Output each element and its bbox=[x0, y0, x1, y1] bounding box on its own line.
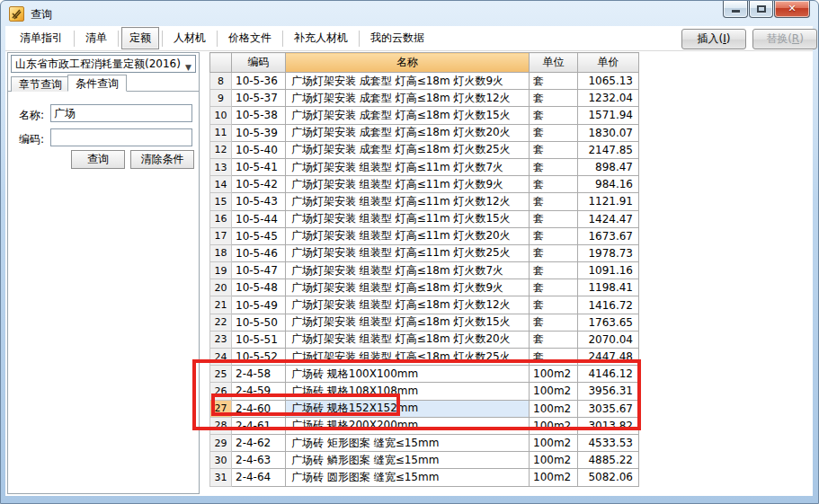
cell-code[interactable]: 10-5-39 bbox=[232, 124, 286, 141]
table-row[interactable]: 810-5-36广场灯架安装 成套型 灯高≤18m 灯火数9火套1065.13 bbox=[210, 73, 639, 90]
cell-code[interactable]: 10-5-40 bbox=[232, 141, 286, 158]
cell-code[interactable]: 2-4-63 bbox=[232, 452, 286, 469]
cell-code[interactable]: 2-4-62 bbox=[232, 434, 286, 451]
cell-no[interactable]: 12 bbox=[210, 141, 232, 158]
cell-code[interactable]: 10-5-38 bbox=[232, 107, 286, 124]
cell-price[interactable]: 1830.07 bbox=[578, 124, 639, 141]
cell-name[interactable]: 广场灯架安装 组装型 灯高≤18m 灯火数25火 bbox=[286, 349, 530, 366]
name-input[interactable]: 广场 bbox=[50, 104, 192, 122]
cell-name[interactable]: 广场灯架安装 组装型 灯高≤18m 灯火数20火 bbox=[286, 331, 530, 348]
header-name[interactable]: 名称 bbox=[286, 53, 530, 73]
cell-name[interactable]: 广场灯架安装 成套型 灯高≤18m 灯火数20火 bbox=[286, 124, 530, 141]
cell-unit[interactable]: 套 bbox=[530, 227, 578, 244]
cell-no[interactable]: 21 bbox=[210, 296, 232, 314]
cell-unit[interactable]: 100m2 bbox=[530, 366, 578, 383]
cell-no[interactable]: 10 bbox=[210, 107, 232, 124]
cell-price[interactable]: 1416.72 bbox=[578, 296, 639, 314]
cell-price[interactable]: 1091.16 bbox=[578, 262, 639, 279]
cell-unit[interactable]: 套 bbox=[530, 124, 578, 141]
cell-unit[interactable]: 套 bbox=[530, 296, 578, 314]
table-row[interactable]: 292-4-62广场砖 矩形图案 缝宽≤15mm100m24533.53 bbox=[210, 434, 639, 451]
cell-no[interactable]: 20 bbox=[210, 279, 232, 296]
table-row[interactable]: 1010-5-38广场灯架安装 成套型 灯高≤18m 灯火数15火套1571.9… bbox=[210, 107, 639, 124]
cell-name[interactable]: 广场砖 鳞形图案 缝宽≤15mm bbox=[286, 452, 530, 469]
menu-item-price-file[interactable]: 价格文件 bbox=[218, 27, 282, 49]
cell-code[interactable]: 2-4-61 bbox=[232, 417, 286, 434]
cell-unit[interactable]: 100m2 bbox=[530, 469, 578, 486]
cell-code[interactable]: 10-5-36 bbox=[232, 73, 286, 90]
cell-unit[interactable]: 100m2 bbox=[530, 383, 578, 400]
minimize-button[interactable] bbox=[723, 1, 748, 18]
cell-name[interactable]: 广场砖 规格100X100mm bbox=[286, 366, 530, 383]
tab-chapter-query[interactable]: 章节查询 bbox=[11, 76, 70, 92]
table-row[interactable]: 1710-5-45广场灯架安装 组装型 灯高≤11m 灯火数20火套1673.6… bbox=[210, 227, 639, 244]
cell-name[interactable]: 广场灯架安装 成套型 灯高≤18m 灯火数25火 bbox=[286, 141, 530, 158]
cell-no[interactable]: 8 bbox=[210, 73, 232, 90]
menu-item-quota[interactable]: 定额 bbox=[121, 27, 159, 49]
cell-name[interactable]: 广场砖 规格200X200mm bbox=[286, 417, 530, 434]
cell-no[interactable]: 26 bbox=[210, 383, 232, 400]
cell-no[interactable]: 25 bbox=[210, 366, 232, 383]
table-row[interactable]: 272-4-60广场砖 规格152X152mm100m23035.67 bbox=[210, 400, 639, 417]
cell-price[interactable]: 984.16 bbox=[578, 176, 639, 193]
table-row[interactable]: 1910-5-47广场灯架安装 组装型 灯高≤18m 灯火数7火套1091.16 bbox=[210, 262, 639, 279]
cell-no[interactable]: 15 bbox=[210, 193, 232, 210]
table-row[interactable]: 1110-5-39广场灯架安装 成套型 灯高≤18m 灯火数20火套1830.0… bbox=[210, 124, 639, 141]
cell-no[interactable]: 24 bbox=[210, 349, 232, 366]
menu-item-cloud-data[interactable]: 我的云数据 bbox=[360, 27, 435, 49]
cell-unit[interactable]: 套 bbox=[530, 279, 578, 296]
cell-no[interactable]: 30 bbox=[210, 452, 232, 469]
table-row[interactable]: 252-4-58广场砖 规格100X100mm100m24146.12 bbox=[210, 366, 639, 383]
cell-name[interactable]: 广场砖 圆形图案 缝宽≤15mm bbox=[286, 469, 530, 486]
titlebar[interactable]: 查询 ✕ bbox=[1, 1, 818, 26]
cell-unit[interactable]: 套 bbox=[530, 107, 578, 124]
cell-name[interactable]: 广场灯架安装 成套型 灯高≤18m 灯火数15火 bbox=[286, 107, 530, 124]
cell-unit[interactable]: 套 bbox=[530, 331, 578, 348]
cell-code[interactable]: 10-5-51 bbox=[232, 331, 286, 348]
cell-name[interactable]: 广场砖 规格152X152mm bbox=[286, 400, 530, 417]
cell-name[interactable]: 广场灯架安装 组装型 灯高≤11m 灯火数15火 bbox=[286, 210, 530, 227]
table-row[interactable]: 1610-5-44广场灯架安装 组装型 灯高≤11m 灯火数15火套1424.4… bbox=[210, 210, 639, 227]
cell-name[interactable]: 广场灯架安装 组装型 灯高≤11m 灯火数12火 bbox=[286, 193, 530, 210]
cell-unit[interactable]: 套 bbox=[530, 158, 578, 175]
cell-name[interactable]: 广场灯架安装 成套型 灯高≤18m 灯火数12火 bbox=[286, 90, 530, 107]
cell-no[interactable]: 14 bbox=[210, 176, 232, 193]
cell-name[interactable]: 广场灯架安装 组装型 灯高≤18m 灯火数12火 bbox=[286, 296, 530, 314]
cell-unit[interactable]: 套 bbox=[530, 90, 578, 107]
cell-code[interactable]: 10-5-48 bbox=[232, 279, 286, 296]
header-price[interactable]: 单价 bbox=[578, 53, 639, 73]
cell-unit[interactable]: 套 bbox=[530, 141, 578, 158]
cell-price[interactable]: 1763.65 bbox=[578, 314, 639, 331]
table-row[interactable]: 2310-5-51广场灯架安装 组装型 灯高≤18m 灯火数20火套2070.0… bbox=[210, 331, 639, 348]
maximize-button[interactable] bbox=[749, 1, 773, 18]
cell-code[interactable]: 10-5-49 bbox=[232, 296, 286, 314]
cell-code[interactable]: 10-5-44 bbox=[232, 210, 286, 227]
cell-no[interactable]: 11 bbox=[210, 124, 232, 141]
cell-name[interactable]: 广场灯架安装 组装型 灯高≤11m 灯火数7火 bbox=[286, 158, 530, 175]
cell-no[interactable]: 16 bbox=[210, 210, 232, 227]
cell-name[interactable]: 广场砖 矩形图案 缝宽≤15mm bbox=[286, 434, 530, 451]
cell-code[interactable]: 10-5-50 bbox=[232, 314, 286, 331]
insert-button[interactable]: 插入(I) bbox=[681, 29, 746, 49]
cell-unit[interactable]: 100m2 bbox=[530, 434, 578, 451]
cell-no[interactable]: 13 bbox=[210, 158, 232, 175]
replace-button[interactable]: 替换(R) bbox=[752, 29, 817, 49]
cell-code[interactable]: 10-5-42 bbox=[232, 176, 286, 193]
cell-unit[interactable]: 100m2 bbox=[530, 400, 578, 417]
table-row[interactable]: 2210-5-50广场灯架安装 组装型 灯高≤18m 灯火数15火套1763.6… bbox=[210, 314, 639, 331]
cell-unit[interactable]: 套 bbox=[530, 244, 578, 261]
cell-code[interactable]: 2-4-60 bbox=[232, 400, 286, 417]
cell-code[interactable]: 10-5-46 bbox=[232, 244, 286, 261]
cell-price[interactable]: 1065.13 bbox=[578, 73, 639, 90]
cell-price[interactable]: 3035.67 bbox=[578, 400, 639, 417]
cell-price[interactable]: 4146.12 bbox=[578, 366, 639, 383]
cell-name[interactable]: 广场灯架安装 组装型 灯高≤18m 灯火数9火 bbox=[286, 279, 530, 296]
table-row[interactable]: 910-5-37广场灯架安装 成套型 灯高≤18m 灯火数12火套1232.04 bbox=[210, 90, 639, 107]
cell-unit[interactable]: 100m2 bbox=[530, 417, 578, 434]
cell-no[interactable]: 19 bbox=[210, 262, 232, 279]
cell-name[interactable]: 广场砖 规格108X108mm bbox=[286, 383, 530, 400]
header-unit[interactable]: 单位 bbox=[530, 53, 578, 73]
table-row[interactable]: 262-4-59广场砖 规格108X108mm100m23956.31 bbox=[210, 383, 639, 400]
table-row[interactable]: 1510-5-43广场灯架安装 组装型 灯高≤11m 灯火数12火套1121.9… bbox=[210, 193, 639, 210]
cell-name[interactable]: 广场灯架安装 组装型 灯高≤18m 灯火数7火 bbox=[286, 262, 530, 279]
